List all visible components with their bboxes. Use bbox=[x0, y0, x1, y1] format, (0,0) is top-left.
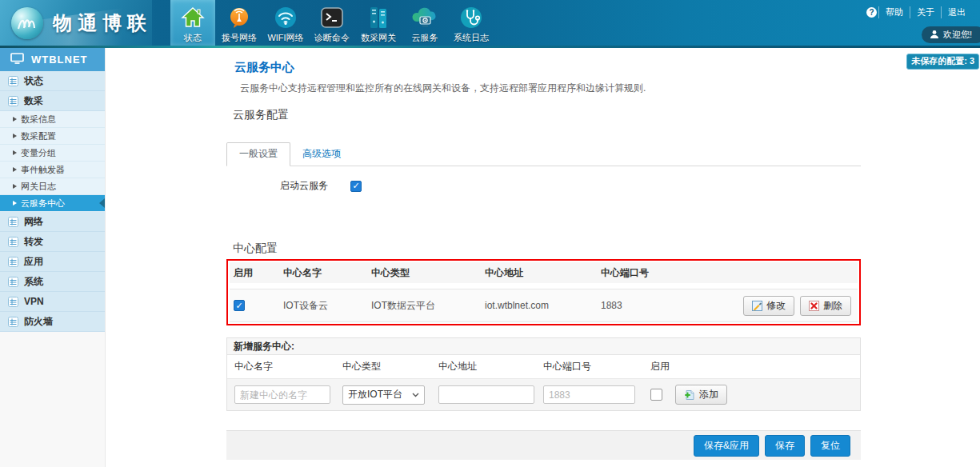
cloud-icon bbox=[410, 5, 439, 30]
table-spacer bbox=[230, 283, 858, 289]
save-apply-button[interactable]: 保存&应用 bbox=[694, 435, 759, 457]
enable-cloud-checkbox[interactable]: ✓ bbox=[350, 181, 362, 192]
logout-link[interactable]: 退出 bbox=[941, 6, 972, 18]
add-document-icon bbox=[684, 389, 695, 401]
cloud-config-heading: 云服务配置 bbox=[233, 108, 861, 121]
dial-network-icon bbox=[228, 5, 250, 30]
sidebar-sub-cloud-center[interactable]: 云服务中心 bbox=[0, 195, 105, 212]
chevron-down-icon bbox=[412, 393, 419, 397]
label-center-type: 中心类型 bbox=[335, 360, 431, 373]
top-nav: 状态 拨号网络 WIFI网络 诊断命令 bbox=[170, 0, 495, 46]
label-center-name: 中心名字 bbox=[227, 360, 335, 373]
home-icon bbox=[181, 5, 205, 30]
brand-logo: 物通博联 bbox=[0, 0, 152, 46]
user-icon bbox=[930, 30, 939, 41]
sidebar-item-forward[interactable]: 转发 bbox=[0, 232, 105, 252]
sidebar-sub-label: 数采信息 bbox=[21, 114, 56, 126]
nav-syslog-label: 系统日志 bbox=[454, 32, 489, 44]
grid-icon bbox=[8, 76, 18, 86]
sidebar-item-daq[interactable]: 数采 bbox=[0, 91, 105, 111]
add-center-heading: 新增服务中心: bbox=[227, 338, 860, 355]
col-enable: 启用 bbox=[230, 266, 279, 280]
add-center-panel: 新增服务中心: 中心名字 中心类型 中心地址 中心端口号 启用 开放IOT平台 bbox=[226, 337, 861, 411]
tab-general-settings[interactable]: 一般设置 bbox=[226, 142, 290, 166]
cell-center-name: IOT设备云 bbox=[279, 299, 367, 313]
center-config-heading: 中心配置 bbox=[233, 241, 861, 254]
col-address: 中心地址 bbox=[481, 266, 597, 280]
sidebar-sub-label: 变量分组 bbox=[21, 147, 56, 159]
reset-button[interactable]: 复位 bbox=[810, 435, 850, 457]
nav-dial-network[interactable]: 拨号网络 bbox=[217, 0, 262, 46]
terminal-icon bbox=[321, 5, 343, 30]
sidebar-item-label: 防火墙 bbox=[24, 315, 53, 329]
sidebar-sub-label: 数采配置 bbox=[21, 130, 56, 142]
edit-button[interactable]: 修改 bbox=[743, 296, 794, 316]
welcome-text: 欢迎您! bbox=[943, 29, 972, 41]
sidebar-sub-daq-info[interactable]: 数采信息 bbox=[0, 111, 105, 128]
center-type-value: 开放IOT平台 bbox=[348, 388, 402, 401]
nav-cloud-service[interactable]: 云服务 bbox=[402, 0, 447, 46]
edit-label: 修改 bbox=[766, 299, 786, 313]
top-header: 物通博联 状态 拨号网络 WIFI网络 bbox=[0, 0, 980, 46]
tab-advanced-options[interactable]: 高级选项 bbox=[290, 143, 353, 166]
caret-right-icon bbox=[13, 201, 17, 206]
save-button[interactable]: 保存 bbox=[765, 435, 805, 457]
unsaved-config-badge: 未保存的配置: 3 bbox=[906, 54, 979, 70]
center-port-input[interactable] bbox=[543, 385, 635, 404]
cloud-config-tabs: 一般设置 高级选项 bbox=[226, 146, 861, 166]
nav-cloud-label: 云服务 bbox=[412, 32, 438, 44]
caret-right-icon bbox=[13, 150, 17, 155]
grid-icon bbox=[8, 317, 18, 327]
help-link[interactable]: 帮助 bbox=[878, 6, 910, 18]
sidebar-item-application[interactable]: 应用 bbox=[0, 252, 105, 272]
monitor-icon bbox=[10, 53, 24, 66]
sidebar-item-system[interactable]: 系统 bbox=[0, 272, 105, 292]
help-icon: ? bbox=[866, 7, 877, 18]
caret-right-icon bbox=[13, 167, 17, 172]
sidebar-sub-daq-config[interactable]: 数采配置 bbox=[0, 128, 105, 145]
delete-label: 删除 bbox=[823, 299, 842, 313]
nav-status[interactable]: 状态 bbox=[170, 0, 215, 46]
sidebar-sub-label: 事件触发器 bbox=[21, 164, 65, 176]
sidebar-item-label: 应用 bbox=[24, 255, 43, 269]
main-content: 未保存的配置: 3 云服务中心 云服务中心支持远程管理和监控所有的在线网关和设备… bbox=[106, 48, 980, 467]
nav-dial-label: 拨号网络 bbox=[222, 32, 257, 44]
enable-cloud-row: 启动云服务 ✓ bbox=[226, 179, 861, 193]
sidebar-item-vpn[interactable]: VPN bbox=[0, 292, 105, 312]
about-link[interactable]: 关于 bbox=[910, 6, 941, 18]
col-port: 中心端口号 bbox=[597, 266, 854, 280]
cell-center-port: 1883 bbox=[597, 300, 739, 311]
sidebar: WTBLNET 状态 数采 数采信息 数采配置 变量分组 事件触发器 网关日志 … bbox=[0, 48, 106, 467]
sidebar-item-firewall[interactable]: 防火墙 bbox=[0, 312, 105, 332]
add-enable-checkbox[interactable] bbox=[650, 389, 662, 401]
sidebar-sub-variable-group[interactable]: 变量分组 bbox=[0, 145, 105, 162]
nav-daq-gateway[interactable]: 数采网关 bbox=[356, 0, 401, 46]
wifi-icon bbox=[274, 5, 298, 30]
center-type-select[interactable]: 开放IOT平台 bbox=[342, 385, 425, 405]
nav-wifi-label: WIFI网络 bbox=[267, 32, 303, 44]
nav-wifi-network[interactable]: WIFI网络 bbox=[263, 0, 308, 46]
delete-button[interactable]: 删除 bbox=[800, 296, 851, 316]
logo-globe-icon bbox=[11, 7, 43, 39]
center-name-input[interactable] bbox=[234, 385, 330, 404]
sidebar-sub-event-trigger[interactable]: 事件触发器 bbox=[0, 162, 105, 178]
center-address-input[interactable] bbox=[438, 385, 534, 404]
page-description: 云服务中心支持远程管理和监控所有的在线网关和设备，支持远程部署应用程序和边缘计算… bbox=[240, 82, 861, 94]
brand-name: 物通博联 bbox=[53, 10, 152, 36]
nav-system-log[interactable]: 系统日志 bbox=[449, 0, 494, 46]
grid-icon bbox=[8, 96, 18, 106]
welcome-user-pill[interactable]: 欢迎您! bbox=[922, 26, 980, 43]
sidebar-sub-gateway-log[interactable]: 网关日志 bbox=[0, 178, 105, 195]
sidebar-item-status[interactable]: 状态 bbox=[0, 71, 105, 91]
row-enable-checkbox[interactable]: ✓ bbox=[234, 300, 245, 311]
grid-icon bbox=[8, 217, 18, 227]
caret-right-icon bbox=[13, 134, 17, 138]
add-button[interactable]: 添加 bbox=[675, 385, 727, 405]
sidebar-item-label: 系统 bbox=[24, 275, 43, 289]
center-config-highlight: 启用 中心名字 中心类型 中心地址 中心端口号 ✓ IOT设备云 IOT数据云平… bbox=[226, 259, 861, 325]
sidebar-item-label: 状态 bbox=[24, 74, 43, 88]
grid-icon bbox=[8, 297, 18, 307]
sidebar-item-network[interactable]: 网络 bbox=[0, 212, 105, 232]
sidebar-item-label: 数采 bbox=[24, 94, 43, 108]
nav-diagnostic[interactable]: 诊断命令 bbox=[310, 0, 354, 46]
